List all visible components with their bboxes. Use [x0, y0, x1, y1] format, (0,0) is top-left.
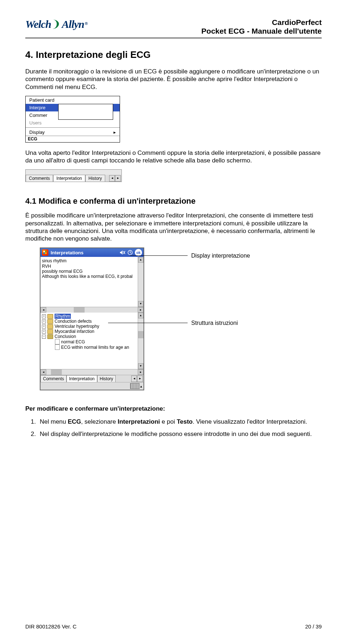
pda-tab-comments[interactable]: Comments: [40, 375, 67, 382]
section-heading: 4. Interpretazione degli ECG: [25, 49, 322, 60]
scroll-thumb[interactable]: [138, 331, 143, 338]
hscroll-thumb[interactable]: [51, 369, 62, 375]
textarea-vscroll[interactable]: ▴ ▾: [138, 257, 143, 307]
scroll-up-icon[interactable]: ▴: [138, 313, 143, 318]
instruction-step-1: Nel menu ECG, selezionare Interpretazion…: [38, 418, 322, 426]
menu-users: Users: [26, 119, 120, 127]
tree-item-ventricular[interactable]: + Ventricular hypertrophy: [41, 324, 143, 329]
tree-item-rhythm[interactable]: + Rhythm: [41, 314, 143, 319]
subsection-heading: 4.1 Modifica e conferma di un'interpreta…: [25, 196, 322, 206]
pda-tab-interpretation[interactable]: Interpretation: [67, 375, 97, 382]
svg-rect-2: [43, 253, 45, 254]
tree-item-conclusion[interactable]: − Conclusion: [41, 334, 143, 339]
chevron-left-icon[interactable]: ◂: [109, 175, 115, 182]
svg-rect-0: [43, 251, 45, 252]
scroll-down-icon[interactable]: ▾: [138, 363, 143, 369]
tab-interpretation[interactable]: Interpretation: [53, 175, 85, 182]
svg-line-8: [130, 253, 131, 253]
pda-figure: Interpretations ok sinus rhythm RVH poss…: [25, 247, 322, 390]
textarea-hscroll[interactable]: ◂ ▸: [40, 307, 143, 313]
submenu-interpretation[interactable]: Interpretation: [59, 104, 113, 112]
file-icon: [55, 344, 60, 350]
logo: Welch Allyn ®: [25, 18, 88, 30]
menu-interpretation-label-short: Interpre: [29, 105, 46, 110]
expand-icon[interactable]: +: [42, 330, 46, 334]
tab-spinner[interactable]: ◂ ▸: [109, 175, 121, 182]
callout-structure: Struttura istruzioni: [191, 320, 238, 326]
clock-icon[interactable]: [128, 250, 133, 255]
chevron-right-icon: ▸: [113, 130, 116, 135]
hscroll-thumb[interactable]: [74, 307, 85, 313]
tabs-screenshot: Comments Interpretation History ◂ ▸: [25, 169, 122, 182]
expand-icon[interactable]: +: [42, 325, 46, 329]
logo-text-right: Allyn: [62, 18, 84, 30]
tree-leaf-within[interactable]: ECG within normal limits for age an: [41, 344, 143, 350]
logo-registered-icon: ®: [85, 21, 88, 26]
chevron-right-icon[interactable]: ▸: [137, 376, 143, 382]
instruction-step-2: Nel display dell'interpretazione le modi…: [38, 430, 322, 438]
scroll-left-icon[interactable]: ◂: [40, 307, 46, 313]
footer-page-number: 20 / 39: [305, 623, 322, 630]
start-flag-icon[interactable]: [42, 249, 48, 256]
scroll-track[interactable]: [138, 263, 143, 301]
scroll-up-icon[interactable]: ▴: [138, 257, 143, 263]
chevron-left-icon[interactable]: ◂: [131, 376, 137, 382]
svg-rect-1: [45, 251, 47, 252]
pda-tab-history[interactable]: History: [97, 375, 116, 382]
folder-icon: [47, 314, 53, 319]
footer-doc-id: DIR 80012826 Ver. C: [25, 623, 77, 630]
keyboard-icon[interactable]: [130, 383, 140, 389]
scroll-right-icon[interactable]: ▸: [138, 369, 143, 375]
ok-button[interactable]: ok: [135, 249, 142, 256]
doc-title: CardioPerfect Pocket ECG - Manuale dell'…: [201, 18, 322, 35]
expand-icon[interactable]: +: [42, 319, 46, 323]
section-para1: Durante il monitoraggio o la revisione d…: [25, 68, 322, 91]
statement-tree[interactable]: + Rhythm + Conduction defects + Ventricu…: [40, 313, 143, 369]
menu-ecg-tab[interactable]: ECG: [26, 136, 120, 142]
logo-text-left: Welch: [25, 18, 51, 30]
file-icon: [55, 339, 60, 344]
interpretation-textarea[interactable]: sinus rhythm RVH possibly normal ECG Alt…: [40, 257, 143, 307]
para-tabs-explain: Una volta aperto l'editor Interpretazion…: [25, 149, 322, 165]
tree-leaf-normal[interactable]: normal ECG: [41, 339, 143, 344]
scroll-track[interactable]: [138, 318, 143, 331]
callout-line: [108, 323, 188, 323]
hscroll-track[interactable]: [46, 369, 138, 375]
pda-window: Interpretations ok sinus rhythm RVH poss…: [40, 247, 144, 390]
scroll-left-icon[interactable]: ◂: [40, 369, 46, 375]
folder-icon: [47, 329, 53, 334]
folder-icon: [47, 319, 53, 324]
tree-item-myocardial[interactable]: + Myocardial infarction: [41, 329, 143, 334]
menu-display-label: Display: [29, 130, 45, 135]
ta-line: Although this looks like a normal ECG, i…: [42, 274, 142, 279]
ta-line: possibly normal ECG: [42, 269, 142, 274]
menu-interpretation[interactable]: Interpre Interpretation History: [26, 104, 120, 111]
menu-separator: [26, 127, 120, 128]
scroll-track[interactable]: [138, 338, 143, 363]
menu-display[interactable]: Display ▸: [26, 128, 120, 136]
svg-rect-3: [45, 253, 47, 254]
folder-open-icon: [47, 334, 53, 339]
pda-tab-spinner[interactable]: ◂ ▸: [131, 376, 143, 382]
tab-history[interactable]: History: [85, 175, 105, 182]
pda-bottombar: ▴: [40, 382, 143, 390]
callout-line: [130, 255, 188, 256]
page-footer: DIR 80012826 Ver. C 20 / 39: [25, 623, 322, 630]
menu-patient-card[interactable]: Patient card: [26, 96, 120, 104]
instruction-list: Nel menu ECG, selezionare Interpretazion…: [25, 418, 322, 439]
hscroll-track[interactable]: [46, 307, 138, 313]
chevron-right-icon[interactable]: ▸: [115, 175, 121, 182]
collapse-icon[interactable]: −: [42, 335, 46, 339]
scroll-down-icon[interactable]: ▾: [138, 301, 143, 307]
callouts: Display interpretazione Struttura istruz…: [148, 247, 148, 390]
tab-comments[interactable]: Comments: [26, 175, 53, 182]
submenu-history[interactable]: History: [59, 112, 113, 119]
expand-icon[interactable]: +: [42, 314, 46, 318]
ta-line: sinus rhythm: [42, 258, 142, 263]
mute-icon[interactable]: [120, 250, 125, 255]
tree-vscroll[interactable]: ▴ ▾: [138, 313, 143, 369]
doc-title-line1: CardioPerfect: [201, 18, 322, 27]
chevron-up-icon[interactable]: ▴: [140, 384, 142, 388]
tree-hscroll[interactable]: ◂ ▸: [40, 369, 143, 375]
scroll-right-icon[interactable]: ▸: [138, 307, 143, 313]
